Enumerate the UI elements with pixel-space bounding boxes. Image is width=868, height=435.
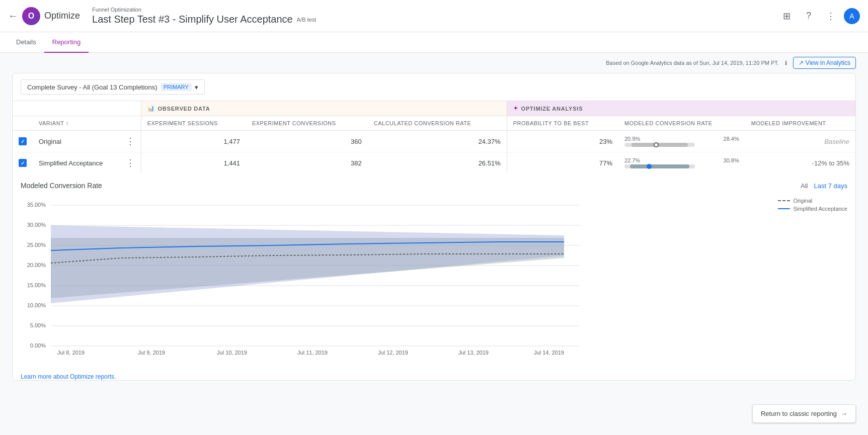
checkbox-col-header (13, 116, 33, 131)
svg-text:Jul 9, 2019: Jul 9, 2019 (138, 350, 165, 356)
legend-original: Original (778, 198, 847, 204)
legend-original-label: Original (793, 198, 812, 204)
view-analytics-label: View in Analytics (806, 59, 850, 66)
legend-simplified-line (778, 208, 790, 209)
svg-text:35.00%: 35.00% (27, 202, 46, 208)
original-calc-rate: 24.37% (368, 131, 507, 152)
simplified-calc-rate: 26.51% (368, 152, 507, 174)
app-header: ← O Optimize Funnel Optimization Last St… (0, 0, 868, 32)
chart-legend: Original Simplified Acceptance (778, 198, 847, 214)
original-name-cell: Original ⋮ (33, 131, 141, 152)
original-range-high: 28.4% (724, 136, 739, 142)
simplified-sessions: 1,441 (141, 152, 246, 174)
conversion-rate-chart: 35.00% 30.00% 25.00% 20.00% 15.00% 10.00… (21, 198, 604, 359)
original-range-low: 20.9% (624, 136, 640, 142)
learn-more: Learn more about Optimize reports. (13, 367, 855, 380)
svg-text:5.00%: 5.00% (30, 322, 46, 328)
app-logo: O (22, 7, 40, 25)
legend-simplified-label: Simplified Acceptance (793, 206, 847, 212)
optimize-analysis-header: ✦ OPTIMIZE ANALYSIS (513, 105, 849, 112)
chart-controls: All Last 7 days (801, 182, 847, 190)
view-analytics-icon: ↗ (799, 59, 804, 66)
chart-header: Modeled Conversion Rate All Last 7 days (21, 182, 847, 190)
conversions-col-header: Experiment Conversions (246, 116, 368, 131)
calc-rate-col-header: Calculated Conversion Rate (368, 116, 507, 131)
nav-tabs: Details Reporting (0, 32, 868, 53)
data-note: Based on Google Analytics data as of Sun… (606, 60, 779, 66)
experiment-type: Funnel Optimization (92, 7, 777, 13)
simplified-range-low: 22.7% (624, 157, 640, 163)
simplified-name: Simplified Acceptance (39, 159, 103, 167)
original-improvement: Baseline (745, 131, 855, 152)
modeled-rate-col-header: Modeled Conversion Rate (618, 116, 745, 131)
svg-text:10.00%: 10.00% (27, 302, 46, 308)
simplified-modeled-rate-cell: 22.7% 30.8% (618, 152, 745, 174)
primary-badge: PRIMARY (161, 83, 192, 91)
svg-text:25.00%: 25.00% (27, 242, 46, 248)
svg-text:15.00%: 15.00% (27, 282, 46, 288)
optimize-icon: ✦ (513, 105, 518, 112)
simplified-range-bar (624, 164, 695, 168)
svg-text:Jul 12, 2019: Jul 12, 2019 (378, 350, 408, 356)
original-modeled-rate-cell: 20.9% 28.4% (618, 131, 745, 152)
svg-text:Jul 14, 2019: Jul 14, 2019 (534, 350, 564, 356)
view-analytics-button[interactable]: ↗ View in Analytics (793, 57, 856, 69)
bar-chart-icon: 📊 (147, 105, 155, 112)
chart-control-7days[interactable]: Last 7 days (814, 182, 848, 190)
apps-icon[interactable]: ⊞ (777, 7, 796, 25)
original-sessions: 1,477 (141, 131, 246, 152)
svg-text:Jul 13, 2019: Jul 13, 2019 (458, 350, 489, 356)
info-icon[interactable]: ℹ (785, 60, 787, 66)
simplified-improvement: -12% to 35% (745, 152, 855, 174)
main-content: Based on Google Analytics data as of Sun… (0, 53, 868, 393)
simplified-checkbox-cell[interactable] (13, 152, 33, 174)
sessions-col-header: Experiment Sessions (141, 116, 246, 131)
chart-wrapper: Original Simplified Acceptance 35.00% 30… (21, 198, 847, 359)
simplified-more-icon[interactable]: ⋮ (126, 157, 135, 168)
chart-control-all[interactable]: All (801, 182, 808, 190)
original-checkbox[interactable] (19, 137, 27, 145)
svg-marker-24 (51, 238, 564, 298)
tab-reporting[interactable]: Reporting (44, 32, 89, 53)
title-section: Funnel Optimization Last Step Test #3 - … (92, 7, 777, 25)
experiment-title: Last Step Test #3 - Simplify User Accept… (92, 14, 293, 25)
help-icon[interactable]: ? (800, 7, 818, 25)
svg-text:Jul 11, 2019: Jul 11, 2019 (297, 350, 328, 356)
chart-title: Modeled Conversion Rate (21, 182, 102, 190)
table-row: Simplified Acceptance ⋮ 1,441 382 26.51%… (13, 152, 855, 174)
tab-details[interactable]: Details (8, 32, 44, 53)
original-checkbox-cell[interactable] (13, 131, 33, 152)
legend-original-line (778, 200, 790, 201)
prob-best-col-header: Probability to be Best (507, 116, 618, 131)
simplified-range-high: 30.8% (724, 157, 739, 163)
app-name: Optimize (44, 11, 80, 21)
simplified-checkbox[interactable] (19, 159, 27, 167)
goal-selector: Complete Survey - All (Goal 13 Completio… (13, 73, 855, 101)
legend-simplified: Simplified Acceptance (778, 206, 847, 212)
data-table: 📊 OBSERVED DATA ✦ OPTIMIZE ANALYSIS Vari… (13, 101, 855, 173)
avatar[interactable]: A (844, 8, 860, 24)
back-button[interactable]: ← (8, 10, 18, 22)
observed-data-header: 📊 OBSERVED DATA (147, 105, 501, 112)
simplified-conversions: 382 (246, 152, 368, 174)
chart-section: Modeled Conversion Rate All Last 7 days … (13, 173, 855, 367)
svg-text:20.00%: 20.00% (27, 262, 46, 268)
svg-text:Jul 10, 2019: Jul 10, 2019 (217, 350, 247, 356)
original-range-bar (624, 143, 695, 147)
simplified-name-cell: Simplified Acceptance ⋮ (33, 152, 141, 174)
svg-text:Jul 8, 2019: Jul 8, 2019 (57, 350, 85, 356)
original-prob-best: 23% (507, 131, 618, 152)
ab-badge: A/B test (297, 17, 317, 23)
report-card: Complete Survey - All (Goal 13 Completio… (12, 73, 856, 381)
svg-text:30.00%: 30.00% (27, 222, 46, 228)
chevron-down-icon: ▾ (195, 83, 198, 91)
original-more-icon[interactable]: ⋮ (126, 136, 135, 147)
more-icon[interactable]: ⋮ (822, 7, 840, 25)
learn-more-link[interactable]: Learn more about Optimize reports. (21, 373, 116, 380)
original-conversions: 360 (246, 131, 368, 152)
svg-text:0.00%: 0.00% (30, 342, 46, 349)
goal-button[interactable]: Complete Survey - All (Goal 13 Completio… (21, 79, 205, 95)
table-row: Original ⋮ 1,477 360 24.37% 23% 20.9% 28… (13, 131, 855, 152)
variant-col-header: Variant ↑ (33, 116, 141, 131)
original-name: Original (39, 138, 61, 145)
